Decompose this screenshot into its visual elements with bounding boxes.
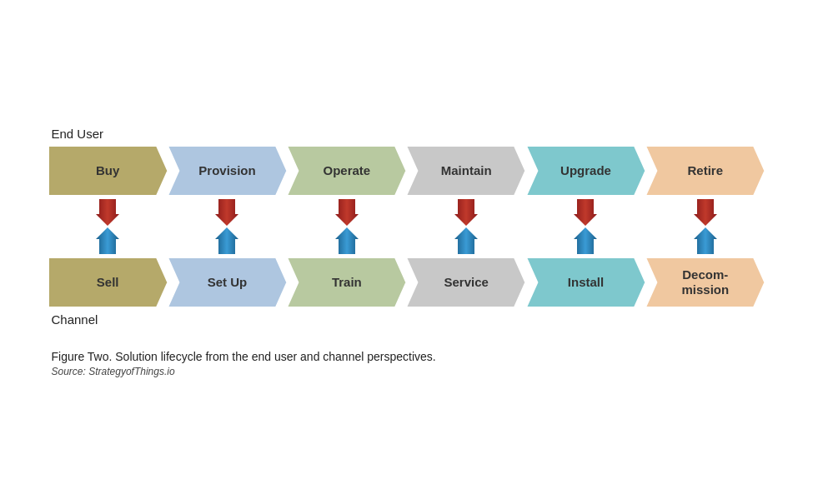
arrow-down-icon — [96, 199, 119, 226]
svg-marker-9 — [215, 227, 238, 254]
channel-label: Channel — [48, 312, 765, 327]
arrow-up-icon — [694, 227, 717, 254]
chevron-item-1: Set Up — [168, 257, 287, 307]
arrow-down-icon — [454, 199, 478, 226]
vertical-arrows — [48, 197, 765, 256]
arrow-up-icon — [454, 227, 478, 254]
arrow-down-icon — [694, 199, 717, 226]
svg-marker-15 — [574, 227, 597, 254]
end-user-label: End User — [48, 127, 765, 141]
svg-marker-14 — [574, 199, 597, 226]
chevron-item-1: Provision — [168, 146, 287, 196]
arrow-pair-4 — [526, 199, 645, 254]
chevron-item-5: Retire — [645, 146, 765, 196]
chevron-item-3: Service — [406, 257, 525, 307]
arrow-up-icon — [96, 227, 119, 254]
chevron-item-4: Upgrade — [526, 146, 645, 196]
arrow-down-icon — [215, 199, 238, 226]
chevron-label-0: Buy — [96, 163, 119, 178]
arrow-up-icon — [335, 227, 359, 254]
chevron-label-1: Provision — [198, 163, 255, 178]
chevron-label-5: Retire — [688, 163, 724, 178]
svg-marker-8 — [215, 199, 238, 226]
caption-area: Figure Two. Solution lifecycle from the … — [48, 350, 765, 377]
arrow-pair-5 — [645, 199, 765, 254]
chevron-item-2: Train — [287, 257, 406, 307]
caption-main: Figure Two. Solution lifecycle from the … — [52, 350, 765, 363]
arrow-pair-0 — [48, 199, 168, 254]
chevron-label-3: Service — [444, 275, 488, 290]
svg-marker-6 — [96, 199, 119, 226]
chevron-label-3: Maintain — [441, 163, 492, 178]
chevron-label-1: Set Up — [208, 275, 248, 290]
arrow-down-icon — [335, 199, 359, 226]
caption-source: Source: StrategyofThings.io — [52, 366, 765, 377]
chevron-item-5: Decom- mission — [645, 257, 765, 307]
chevron-label-4: Upgrade — [560, 163, 611, 178]
arrow-pair-3 — [406, 199, 525, 254]
svg-marker-12 — [454, 199, 478, 226]
chevron-label-2: Operate — [323, 163, 370, 178]
channel-row: Sell Set Up Train Service Install Decom-… — [48, 257, 765, 307]
arrow-up-icon — [215, 227, 238, 254]
chevron-label-2: Train — [332, 275, 362, 290]
chevron-label-0: Sell — [97, 275, 119, 290]
end-user-row: Buy Provision Operate Maintain Upgrade R… — [48, 146, 765, 196]
svg-marker-11 — [335, 227, 359, 254]
diagram-container: End User Buy Provision Operate Maintain … — [23, 110, 790, 394]
chevron-label-5: Decom- mission — [681, 267, 729, 297]
svg-marker-17 — [694, 227, 717, 254]
arrow-up-icon — [574, 227, 597, 254]
arrow-pair-1 — [168, 199, 287, 254]
chevron-item-4: Install — [526, 257, 645, 307]
svg-marker-10 — [335, 199, 359, 226]
chevron-label-4: Install — [568, 275, 604, 290]
chevron-item-2: Operate — [287, 146, 406, 196]
chevron-item-0: Sell — [48, 257, 168, 307]
svg-marker-13 — [454, 227, 478, 254]
arrow-pair-2 — [287, 199, 406, 254]
arrow-down-icon — [574, 199, 597, 226]
svg-marker-7 — [96, 227, 119, 254]
chevron-item-3: Maintain — [406, 146, 525, 196]
chevron-item-0: Buy — [48, 146, 168, 196]
svg-marker-16 — [694, 199, 717, 226]
